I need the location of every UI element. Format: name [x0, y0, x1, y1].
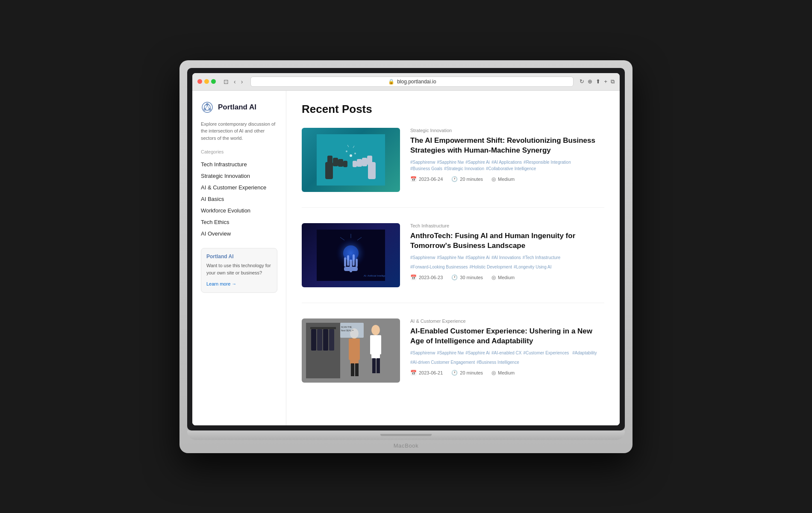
svg-rect-29: [344, 257, 346, 267]
sidebar-nav: Tech Infrastructure Strategic Innovation…: [201, 159, 277, 239]
svg-rect-54: [377, 358, 380, 373]
svg-point-19: [346, 150, 347, 152]
promo-text: Want to use this technology for your own…: [206, 262, 272, 276]
post-readtime-2: 🕐 30 minutes: [451, 274, 483, 280]
browser-controls: ⊡ ‹ ›: [222, 77, 244, 86]
svg-line-6: [206, 105, 207, 109]
svg-rect-27: [347, 255, 349, 266]
post-meta-3: 📅 2023-06-21 🕐 20 minutes ◎ Medium: [410, 370, 604, 376]
tag: #Tech Infrastructure: [523, 255, 560, 263]
sidebar-item-tech-ethics[interactable]: Tech Ethics: [201, 216, 277, 228]
svg-point-18: [350, 154, 352, 157]
post-tags-2: #Sapphirenw #Sapphire Nw #Sapphire Ai #A…: [410, 255, 604, 269]
lock-icon: 🔒: [388, 79, 394, 85]
sidebar-item-tech-infrastructure[interactable]: Tech Infrastructure: [201, 159, 277, 170]
tag: #Business Intelligence: [477, 360, 519, 365]
sidebar-item-strategic-innovation[interactable]: Strategic Innovation: [201, 170, 277, 182]
post-difficulty-2: ◎ Medium: [491, 274, 515, 280]
sidebar-toggle-button[interactable]: ⊡: [222, 77, 230, 86]
tag: #Sapphirenw: [410, 255, 435, 263]
post-meta-1: 📅 2023-06-24 🕐 20 minutes ◎ Medium: [410, 176, 604, 182]
tag: #AI-driven Customer Engagement: [410, 360, 475, 365]
browser-toolbar: ⊡ ‹ › 🔒 blog.portlandai.io ↻ ⊕ ⬆ + ⧉: [192, 73, 620, 91]
post-title-3[interactable]: AI-Enabled Customer Experience: Ushering…: [410, 326, 604, 347]
tag: #Sapphire Nw: [437, 255, 464, 263]
svg-rect-30: [356, 259, 358, 267]
calendar-icon: 📅: [410, 274, 417, 280]
post-category-1: Strategic Innovation: [410, 128, 604, 133]
svg-rect-38: [310, 327, 336, 329]
post-image-3[interactable]: SCAN THE Next SEAL™: [302, 318, 400, 383]
tag: #Adaptability: [572, 351, 597, 358]
svg-rect-51: [370, 335, 374, 354]
url-text: blog.portlandai.io: [397, 79, 436, 85]
minimize-button[interactable]: [204, 79, 209, 84]
tag: #Collaborative Intelligence: [486, 166, 536, 171]
svg-rect-39: [311, 329, 316, 351]
tag: #Business Goals: [410, 166, 442, 171]
svg-point-49: [371, 325, 380, 335]
logo-text: Portland AI: [218, 103, 256, 112]
clock-icon: 🕐: [451, 274, 458, 280]
reload-button[interactable]: ↻: [580, 78, 584, 85]
post-title-2[interactable]: AnthroTech: Fusing AI and Human Ingenuit…: [410, 231, 604, 251]
promo-link[interactable]: Learn more →: [206, 281, 236, 286]
svg-rect-41: [323, 329, 328, 351]
macbook-label: MacBook: [187, 440, 625, 453]
tag: #Strategic Innovation: [444, 166, 484, 171]
close-button[interactable]: [197, 79, 202, 84]
fashion-illustration: SCAN THE Next SEAL™: [302, 318, 400, 383]
sidebar: Portland AI Explore contemporary discuss…: [192, 91, 286, 425]
clock-icon: 🕐: [451, 370, 458, 376]
post-image-2[interactable]: AI: Artificial Intelligence: [302, 223, 400, 287]
post-date-1: 📅 2023-06-24: [410, 176, 443, 182]
svg-rect-14: [367, 156, 372, 165]
post-tags-1: #Sapphirenw #Sapphire Nw #Sapphire Ai #A…: [410, 160, 604, 171]
difficulty-icon: ◎: [491, 176, 496, 182]
post-category-2: Tech Infrastructure: [410, 223, 604, 228]
svg-point-4: [204, 109, 206, 110]
calendar-icon: 📅: [410, 370, 417, 376]
post-difficulty-3: ◎ Medium: [491, 370, 515, 376]
maximize-button[interactable]: [211, 79, 216, 84]
promo-box: Portland AI Want to use this technology …: [201, 248, 277, 293]
main-content: Recent Posts: [286, 91, 620, 425]
tag: #Sapphirenw: [410, 351, 435, 358]
post-readtime-1: 🕐 20 minutes: [451, 176, 483, 182]
share-button[interactable]: ⬆: [596, 78, 600, 85]
svg-line-5: [207, 105, 209, 109]
svg-rect-9: [327, 156, 332, 165]
svg-point-3: [209, 109, 211, 110]
page-content: Portland AI Explore contemporary discuss…: [192, 91, 620, 425]
post-card: SCAN THE Next SEAL™ AI & Customer Experi…: [302, 318, 604, 398]
sidebar-item-workforce-evolution[interactable]: Workforce Evolution: [201, 205, 277, 216]
post-info-2: Tech Infrastructure AnthroTech: Fusing A…: [410, 223, 604, 287]
sidebar-item-ai-basics[interactable]: AI Basics: [201, 193, 277, 205]
tag: #Sapphire Ai: [465, 255, 490, 263]
post-title-1[interactable]: The AI Empowerment Shift: Revolutionizin…: [410, 136, 604, 156]
post-readtime-3: 🕐 20 minutes: [451, 370, 483, 376]
address-bar[interactable]: 🔒 blog.portlandai.io: [250, 77, 574, 87]
post-info-1: Strategic Innovation The AI Empowerment …: [410, 128, 604, 192]
back-button[interactable]: ‹: [232, 77, 238, 86]
svg-rect-45: [349, 339, 352, 360]
svg-text:SCAN THE: SCAN THE: [341, 326, 352, 328]
svg-point-20: [354, 153, 356, 154]
tag: #Sapphire Ai: [465, 160, 490, 165]
post-image-1[interactable]: [302, 128, 400, 192]
tabs-button[interactable]: ⧉: [611, 78, 615, 85]
new-tab-button[interactable]: +: [604, 78, 607, 85]
sidebar-item-ai-overview[interactable]: AI Overview: [201, 228, 277, 239]
ai-hand-illustration: AI: Artificial Intelligence: [317, 230, 385, 281]
sidebar-item-ai-customer-experience[interactable]: AI & Customer Experience: [201, 182, 277, 193]
svg-rect-40: [317, 329, 322, 351]
svg-rect-10: [333, 158, 338, 166]
tag: #AI-enabled CX: [491, 351, 522, 358]
forward-button[interactable]: ›: [239, 77, 245, 86]
svg-rect-11: [338, 159, 343, 167]
tag: #Sapphire Nw: [437, 160, 464, 165]
svg-rect-48: [355, 363, 359, 376]
logo-area: Portland AI: [201, 101, 277, 114]
download-button[interactable]: ⊕: [588, 78, 592, 85]
page-title: Recent Posts: [302, 103, 604, 116]
